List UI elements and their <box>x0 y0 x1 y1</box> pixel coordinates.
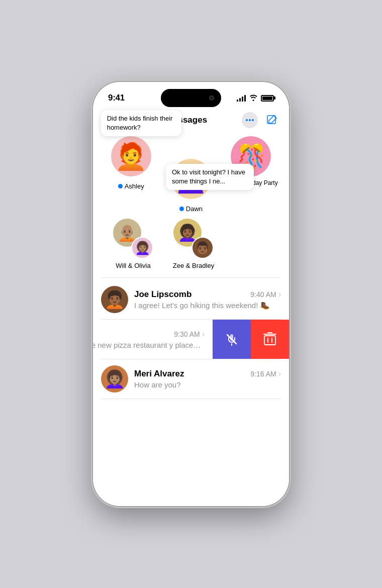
john-time: 9:30 AM <box>174 330 200 338</box>
svg-point-0 <box>246 119 248 121</box>
pinned-will-olivia[interactable]: 🧑🏽‍🦲 👩🏽‍🦱 Will & Olivia <box>108 219 158 269</box>
dynamic-island <box>161 89 221 107</box>
more-options-button[interactable] <box>242 112 258 128</box>
meri-preview: How are you? <box>134 380 281 389</box>
nav-icons <box>242 112 279 128</box>
joe-chevron: › <box>278 290 281 299</box>
pinned-row-2: 🧑🏽‍🦲 👩🏽‍🦱 Will & Olivia 👩🏾‍🦱 👨🏾 Zee & Br… <box>93 219 289 277</box>
mute-button[interactable] <box>213 320 251 359</box>
ashley-unread-dot <box>118 184 123 188</box>
meri-name: Meri Alvarez <box>134 369 184 379</box>
will-olivia-avatar: 🧑🏽‍🦲 👩🏽‍🦱 <box>113 219 153 259</box>
message-john[interactable]: 🧑🏾 ohn 9:30 AM › been to the new pizza r… <box>93 320 213 359</box>
divider-4 <box>101 399 281 399</box>
meri-time: 9:16 AM <box>250 370 276 378</box>
dawn-unread-dot <box>179 207 184 211</box>
pinned-ashley[interactable]: Did the kids finish their homework? 🧑‍🦰 … <box>104 136 159 213</box>
message-joe[interactable]: 🧑🏾‍🦱 Joe Lipscomb 9:40 AM › I agree! Let… <box>93 280 289 319</box>
divider-1 <box>101 277 281 278</box>
zee-bradley-avatar: 👩🏾‍🦱 👨🏾 <box>173 219 214 259</box>
compose-button[interactable] <box>265 113 279 127</box>
pinned-row-1: Did the kids finish their homework? 🧑‍🦰 … <box>93 132 289 219</box>
meri-content: Meri Alvarez 9:16 AM › How are you? <box>134 369 281 389</box>
pinned-dawn[interactable]: Ok to visit tonight? I have some things … <box>163 136 219 213</box>
svg-point-1 <box>249 119 251 121</box>
screen: 9:41 <box>93 82 289 506</box>
delete-button[interactable] <box>251 320 289 359</box>
ashley-avatar: 🧑‍🦰 <box>111 136 151 176</box>
meri-avatar: 👩🏽‍🦱 <box>101 365 128 393</box>
joe-avatar: 🧑🏾‍🦱 <box>101 286 128 313</box>
joe-content: Joe Lipscomb 9:40 AM › I agree! Let's go… <box>134 289 281 310</box>
ashley-bubble: Did the kids finish their homework? <box>101 110 181 136</box>
ashley-name: Ashley <box>118 182 144 190</box>
swipe-actions <box>213 320 289 359</box>
meri-chevron: › <box>278 369 281 378</box>
battery-icon <box>261 95 274 102</box>
svg-rect-5 <box>264 336 275 345</box>
joe-name: Joe Lipscomb <box>134 289 192 300</box>
dawn-name: Dawn <box>179 205 203 213</box>
message-john-wrapper: 🧑🏾 ohn 9:30 AM › been to the new pizza r… <box>93 320 289 359</box>
pinned-zee-bradley[interactable]: 👩🏾‍🦱 👨🏾 Zee & Bradley <box>168 219 219 269</box>
wifi-icon <box>249 94 258 103</box>
status-time: 9:41 <box>108 93 125 103</box>
john-content: ohn 9:30 AM › been to the new pizza rest… <box>93 329 205 350</box>
status-icons <box>237 94 274 103</box>
zee-bradley-name: Zee & Bradley <box>173 262 214 269</box>
phone-frame: 9:41 <box>93 82 289 506</box>
svg-point-2 <box>252 119 254 121</box>
joe-preview: I agree! Let's go hiking this weekend! 🥾 <box>134 301 281 310</box>
dawn-bubble: Ok to visit tonight? I have some things … <box>166 164 254 190</box>
joe-time: 9:40 AM <box>250 290 276 299</box>
message-list: 🧑🏾‍🦱 Joe Lipscomb 9:40 AM › I agree! Let… <box>93 280 289 399</box>
signal-icon <box>237 94 246 102</box>
john-chevron: › <box>202 330 205 339</box>
will-olivia-name: Will & Olivia <box>116 262 150 269</box>
john-preview: been to the new pizza restaurant y place… <box>93 341 205 350</box>
message-meri[interactable]: 👩🏽‍🦱 Meri Alvarez 9:16 AM › How are you? <box>93 359 289 399</box>
